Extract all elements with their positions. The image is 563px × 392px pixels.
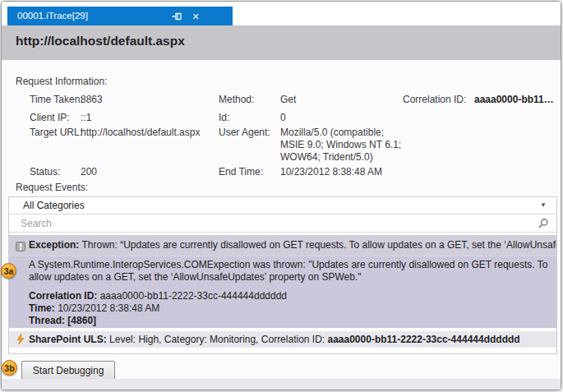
detail-correlation-id: Correlation ID: aaaa0000-bb11-2222-33cc-… xyxy=(29,290,287,302)
status-value: 200 xyxy=(81,166,97,178)
client-ip-value: ::1 xyxy=(81,112,91,123)
detail-thread-value: [4860] xyxy=(67,315,96,326)
end-time-value: 10/23/2012 8:38:48 AM xyxy=(280,166,382,178)
correlation-id-value: aaaa0000-bb11… xyxy=(474,94,554,105)
pin-button[interactable] xyxy=(169,10,184,23)
document-header: http://localhost/default.aspx xyxy=(2,25,561,60)
uls-event-text: SharePoint ULS: Level: High, Category: M… xyxy=(29,334,520,345)
detail-thread-label: Thread: xyxy=(29,315,65,326)
exception-event-detail[interactable]: A System.Runtime.InteropServices.COMExpe… xyxy=(9,256,556,328)
start-debugging-button[interactable]: Start Debugging xyxy=(21,361,115,380)
user-agent-value-line3: WOW64; Trident/5.0) xyxy=(280,151,373,163)
close-icon: ✕ xyxy=(192,10,199,23)
sharepoint-uls-event-row[interactable]: SharePoint ULS: Level: High, Category: M… xyxy=(9,331,556,348)
method-label: Method: xyxy=(219,94,254,105)
tab-title: 00001.iTrace[29] xyxy=(17,11,88,21)
request-events-label: Request Events: xyxy=(16,182,88,193)
tab-itrace-file[interactable]: 00001.iTrace[29] ✕ xyxy=(7,7,233,25)
status-label: Status: xyxy=(30,166,60,178)
detail-time-label: Time: xyxy=(29,302,55,314)
id-value: 0 xyxy=(280,112,286,123)
detail-correlation-id-value: aaaa0000-bb11-2222-33cc-444444dddddd xyxy=(100,290,287,302)
uls-event-title: SharePoint ULS: xyxy=(29,334,107,345)
search-icon[interactable] xyxy=(538,218,549,233)
exception-detail-message: A System.Runtime.InteropServices.COMExpe… xyxy=(29,259,553,284)
tab-strip: 00001.iTrace[29] ✕ xyxy=(2,2,561,25)
uls-correlation-id-value: aaaa0000-bb11-2222-33cc-444444dddddd xyxy=(328,334,520,345)
close-button[interactable]: ✕ xyxy=(188,10,203,23)
exception-event-row[interactable]: Exception: Thrown: “Updates are currentl… xyxy=(9,235,556,256)
exception-event-title: Exception: xyxy=(29,239,79,251)
page-title: http://localhost/default.aspx xyxy=(16,34,185,48)
callout-3a: 3a xyxy=(1,263,16,279)
category-filter-value: All Categories xyxy=(23,200,85,211)
time-taken-label: Time Taken: xyxy=(30,94,83,105)
lightning-icon xyxy=(16,334,25,348)
request-information-label: Request Information: xyxy=(16,76,107,87)
correlation-id-label: Correlation ID: xyxy=(403,94,466,105)
exception-event-summary-text: Thrown: “Updates are currently disallowe… xyxy=(81,239,556,251)
search-box xyxy=(9,215,556,233)
target-url-value: http://localhost/default.aspx xyxy=(81,127,200,138)
id-label: Id: xyxy=(219,112,229,123)
search-input[interactable] xyxy=(21,216,530,231)
detail-time: Time: 10/23/2012 8:38:48 AM xyxy=(29,302,159,314)
category-filter-dropdown[interactable]: All Categories ▼ xyxy=(9,197,556,214)
target-url-label: Target URL: xyxy=(30,127,82,138)
chevron-down-icon: ▼ xyxy=(540,201,547,209)
detail-correlation-id-label: Correlation ID: xyxy=(29,290,97,302)
user-agent-value-line2: MSIE 9.0; Windows NT 6.1; xyxy=(280,139,401,150)
window-bottom-strip xyxy=(2,379,561,390)
request-events-panel: All Categories ▼ Exception: Thrown: “Upd xyxy=(8,196,557,354)
user-agent-value-line1: Mozilla/5.0 (compatible; xyxy=(280,127,384,138)
uls-event-detail: Level: High, Category: Monitoring, Corre… xyxy=(109,334,325,345)
exception-event-summary: Exception: Thrown: “Updates are currentl… xyxy=(29,239,556,251)
exception-event-icon xyxy=(16,240,25,255)
user-agent-label: User Agent: xyxy=(219,127,270,138)
end-time-label: End Time: xyxy=(219,166,263,178)
intellitrace-window: 00001.iTrace[29] ✕ http://localhost/defa… xyxy=(1,1,561,390)
detail-time-value: 10/23/2012 8:38:48 AM xyxy=(58,302,159,314)
detail-thread: Thread: [4860] xyxy=(29,315,96,326)
method-value: Get xyxy=(280,94,296,105)
callout-3b: 3b xyxy=(2,360,17,376)
time-taken-value: 8863 xyxy=(81,94,103,105)
pin-icon xyxy=(172,12,182,21)
client-ip-label: Client IP: xyxy=(30,112,70,123)
